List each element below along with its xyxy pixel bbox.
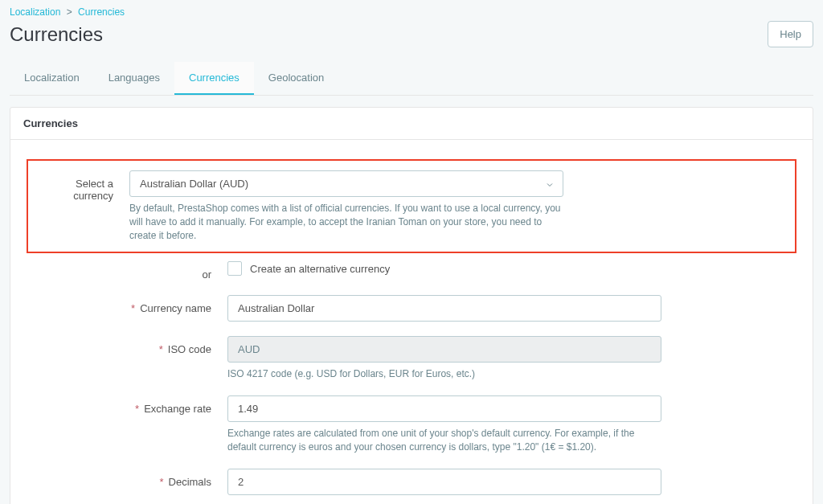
card-title: Currencies	[10, 108, 813, 140]
select-currency-label: Select a currency	[39, 170, 129, 202]
alt-currency-checkbox[interactable]	[227, 261, 242, 276]
or-label: or	[27, 261, 227, 281]
decimals-label: Decimals	[169, 476, 211, 488]
exchange-rate-label: Exchange rate	[144, 403, 211, 415]
tab-languages[interactable]: Languages	[94, 62, 174, 95]
alt-currency-label: Create an alternative currency	[250, 263, 390, 275]
breadcrumb: Localization > Currencies	[10, 6, 813, 18]
chevron-down-icon	[545, 180, 553, 188]
tab-currencies[interactable]: Currencies	[174, 62, 254, 95]
breadcrumb-parent[interactable]: Localization	[10, 6, 60, 18]
currency-select-value: Australian Dollar (AUD)	[140, 178, 248, 190]
currency-name-label: Currency name	[140, 302, 211, 314]
breadcrumb-current[interactable]: Currencies	[78, 6, 125, 18]
currency-select[interactable]: Australian Dollar (AUD)	[129, 170, 563, 197]
tab-localization[interactable]: Localization	[10, 62, 94, 95]
tab-geolocation[interactable]: Geolocation	[254, 62, 338, 95]
exchange-rate-hint: Exchange rates are calculated from one u…	[227, 427, 661, 454]
page-title: Currencies	[10, 23, 103, 46]
help-button[interactable]: Help	[768, 21, 813, 47]
iso-code-input[interactable]	[227, 336, 661, 363]
select-currency-hint: By default, PrestaShop comes with a list…	[129, 202, 563, 242]
iso-code-hint: ISO 4217 code (e.g. USD for Dollars, EUR…	[227, 367, 661, 381]
decimals-input[interactable]	[227, 469, 661, 495]
tabs: Localization Languages Currencies Geoloc…	[10, 62, 813, 96]
exchange-rate-input[interactable]	[227, 395, 661, 422]
iso-code-label: ISO code	[168, 343, 211, 355]
currencies-card: Currencies Select a currency Australian …	[10, 107, 813, 504]
breadcrumb-separator: >	[67, 6, 72, 18]
select-currency-highlight: Select a currency Australian Dollar (AUD…	[27, 159, 796, 253]
currency-name-input[interactable]	[227, 295, 661, 322]
